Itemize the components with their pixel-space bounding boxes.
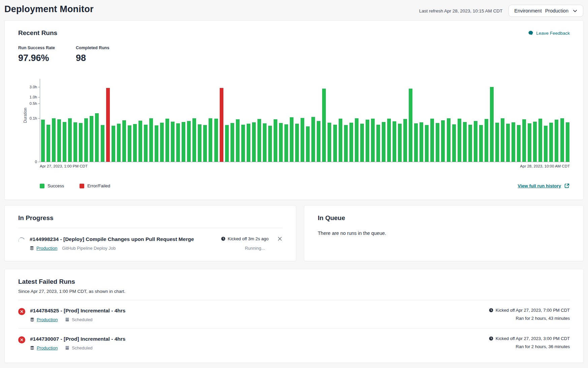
chart-bar-success[interactable]: [474, 121, 477, 162]
environment-tag[interactable]: Production: [30, 345, 58, 350]
chart-bar-success[interactable]: [409, 89, 412, 162]
chart-bar-success[interactable]: [187, 121, 191, 162]
chart-bar-success[interactable]: [176, 123, 180, 162]
chart-bar-success[interactable]: [414, 123, 418, 162]
environment-dropdown[interactable]: Environment Production: [508, 5, 583, 17]
chart-bar-success[interactable]: [144, 125, 148, 162]
chart-bar-success[interactable]: [333, 125, 337, 162]
chart-bar-success[interactable]: [371, 119, 375, 162]
chart-bar-success[interactable]: [506, 124, 510, 162]
close-icon[interactable]: [277, 236, 282, 241]
chart-bar-success[interactable]: [122, 120, 126, 162]
chart-bar-success[interactable]: [447, 118, 451, 162]
chart-bar-success[interactable]: [393, 121, 396, 162]
chart-bar-success[interactable]: [52, 118, 56, 162]
chart-bar-success[interactable]: [382, 122, 385, 162]
chart-bar-success[interactable]: [295, 124, 299, 162]
chart-bar-success[interactable]: [241, 125, 245, 162]
chart-bar-success[interactable]: [284, 124, 288, 162]
chart-bar-success[interactable]: [279, 123, 283, 162]
chart-bar-success[interactable]: [344, 125, 348, 162]
chart-bar-success[interactable]: [41, 120, 45, 162]
chart-bar-success[interactable]: [317, 121, 320, 162]
chart-bar-success[interactable]: [112, 126, 115, 162]
chart-bar-success[interactable]: [63, 122, 66, 162]
chart-bar-success[interactable]: [544, 126, 548, 162]
chart-bar-success[interactable]: [339, 119, 342, 162]
chart-bar-success[interactable]: [403, 119, 407, 162]
chart-bar-success[interactable]: [247, 124, 250, 162]
chart-bar-success[interactable]: [398, 124, 402, 162]
environment-link[interactable]: Production: [37, 345, 58, 350]
chart-bar-success[interactable]: [128, 125, 131, 162]
chart-bar-success[interactable]: [452, 124, 456, 162]
chart-bar-success[interactable]: [468, 125, 472, 162]
chart-bar-success[interactable]: [95, 113, 99, 162]
chart-bar-success[interactable]: [522, 119, 526, 162]
chart-bar-success[interactable]: [495, 123, 499, 162]
chart-bar-success[interactable]: [101, 125, 104, 162]
environment-link[interactable]: Production: [37, 317, 58, 322]
chart-bar-success[interactable]: [160, 123, 164, 162]
chart-bar-success[interactable]: [538, 119, 542, 162]
chart-bar-success[interactable]: [263, 123, 267, 162]
chart-bar-success[interactable]: [485, 119, 488, 162]
chart-bar-success[interactable]: [376, 125, 380, 162]
chart-bar-success[interactable]: [549, 123, 553, 162]
chart-bar-success[interactable]: [533, 122, 537, 162]
chart-bar-success[interactable]: [155, 125, 158, 162]
chart-bar-success[interactable]: [566, 122, 569, 162]
chart-bar-success[interactable]: [355, 118, 359, 162]
chart-bar-success[interactable]: [47, 125, 50, 162]
chart-bar-success[interactable]: [138, 121, 142, 162]
view-full-run-history-link[interactable]: View full run history: [518, 183, 570, 189]
chart-bar-success[interactable]: [236, 119, 240, 162]
leave-feedback-link[interactable]: Leave Feedback: [528, 30, 570, 36]
chart-bar-success[interactable]: [306, 126, 310, 162]
chart-bar-success[interactable]: [57, 119, 61, 162]
chart-bar-success[interactable]: [274, 119, 277, 162]
chart-bar-success[interactable]: [182, 122, 185, 162]
chart-bar-success[interactable]: [203, 125, 207, 162]
chart-bar-success[interactable]: [512, 122, 515, 162]
chart-bar-success[interactable]: [387, 119, 391, 162]
environment-tag[interactable]: Production: [30, 246, 57, 251]
chart-bar-error[interactable]: [106, 88, 110, 162]
chart-bar-success[interactable]: [425, 125, 429, 162]
chart-bar-success[interactable]: [84, 118, 88, 162]
chart-bar-success[interactable]: [117, 124, 121, 162]
chart-bar-success[interactable]: [198, 124, 202, 162]
chart-bar-success[interactable]: [420, 122, 423, 162]
chart-bar-error[interactable]: [220, 88, 223, 162]
chart-bar-success[interactable]: [555, 120, 558, 162]
chart-bar-success[interactable]: [225, 125, 229, 162]
chart-bar-success[interactable]: [230, 123, 234, 162]
chart-bar-success[interactable]: [349, 123, 353, 162]
chart-bar-success[interactable]: [528, 123, 531, 162]
chart-bar-success[interactable]: [73, 122, 77, 162]
chart-bar-success[interactable]: [133, 124, 137, 162]
chart-bar-success[interactable]: [149, 118, 153, 162]
chart-bar-success[interactable]: [463, 122, 467, 162]
chart-bar-success[interactable]: [257, 119, 261, 162]
chart-bar-success[interactable]: [560, 118, 564, 162]
chart-bar-success[interactable]: [165, 119, 169, 162]
chart-bar-success[interactable]: [360, 124, 364, 162]
chart-bar-success[interactable]: [214, 119, 218, 162]
environment-tag[interactable]: Production: [30, 317, 58, 322]
environment-link[interactable]: Production: [36, 246, 57, 251]
chart-bar-success[interactable]: [268, 126, 272, 162]
chart-bar-success[interactable]: [90, 116, 93, 162]
chart-bar-success[interactable]: [441, 120, 445, 162]
chart-bar-success[interactable]: [79, 123, 83, 162]
chart-bar-success[interactable]: [252, 122, 256, 162]
view-full-run-history-label[interactable]: View full run history: [518, 183, 561, 188]
chart-bar-success[interactable]: [192, 118, 196, 162]
chart-bar-success[interactable]: [501, 118, 504, 162]
chart-bar-success[interactable]: [328, 123, 331, 162]
chart-bar-success[interactable]: [68, 118, 72, 162]
chart-bar-success[interactable]: [209, 118, 212, 162]
chart-bar-success[interactable]: [366, 120, 369, 162]
chart-bar-success[interactable]: [290, 117, 293, 162]
chart-bar-success[interactable]: [301, 118, 304, 162]
